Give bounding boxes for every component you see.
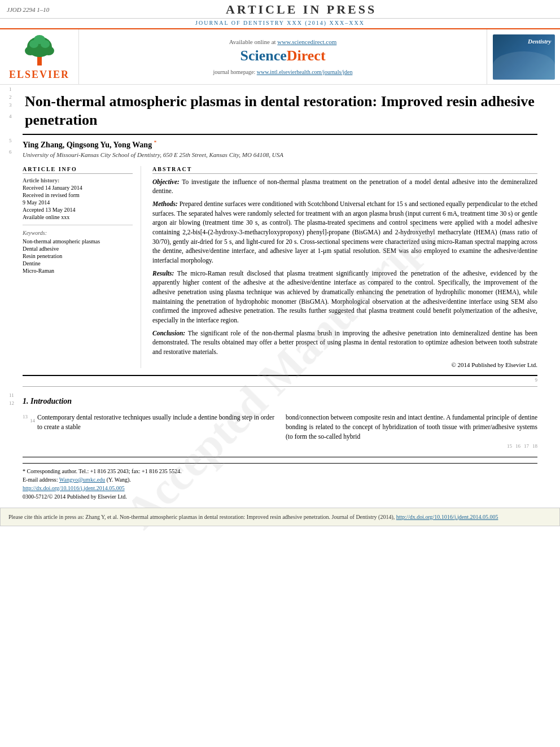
line-num-2: 2 — [9, 94, 12, 102]
accepted-date: Accepted 13 May 2014 — [23, 207, 133, 213]
doi-link[interactable]: http://dx.doi.org/10.1016/j.jdent.2014.0… — [23, 485, 125, 491]
methods-text: Prepared dentine surfaces were condition… — [152, 200, 537, 264]
intro-left-text: Contemporary dental restorative techniqu… — [23, 413, 274, 433]
line-num-18: 18 — [532, 443, 537, 449]
footer-citation: Please cite this article in press as: Zh… — [0, 508, 560, 526]
keyword-3: Resin penetration — [23, 253, 133, 259]
sciencedirect-logo: ScienceDirect — [240, 47, 325, 64]
publisher-row: ELSEVIER Available online at www.science… — [0, 29, 560, 85]
footer-doi-link[interactable]: http://dx.doi.org/10.1016/j.jdent.2014.0… — [396, 514, 498, 520]
line-num-5: 5 — [9, 137, 12, 145]
article-title-section: 1 2 3 4 Non-thermal atmospheric plasmas … — [23, 85, 537, 135]
line-num-3: 3 — [9, 102, 12, 110]
corresponding-footnote: * Corresponding author. Tel.: +1 816 235… — [23, 467, 537, 475]
article-info-header: ARTICLE INFO — [23, 166, 133, 174]
elsevier-logo-area: ELSEVIER — [0, 29, 79, 84]
abstract-conclusion: Conclusion: The significant role of the … — [152, 329, 537, 357]
authors-section: 5 Ying Zhang, Qingsong Yu, Yong Wang * 6… — [23, 135, 537, 160]
article-title: Non-thermal atmospheric plasmas in denta… — [23, 93, 537, 129]
main-content: 1 2 3 4 Non-thermal atmospheric plasmas … — [0, 85, 560, 501]
intro-right-text: bond/connection between composite resin … — [286, 413, 537, 442]
copyright: © 2014 Published by Elsevier Ltd. — [152, 361, 537, 368]
abstract-objective: Objective: To investigate the influence … — [152, 177, 537, 196]
footnotes: * Corresponding author. Tel.: +1 816 235… — [23, 463, 537, 501]
authors-text: Ying Zhang, Qingsong Yu, Yong Wang — [23, 141, 152, 149]
received-revised-label: Received in revised form — [23, 192, 133, 198]
keyword-4: Dentine — [23, 260, 133, 267]
footnote-divider — [23, 457, 537, 457]
thin-separator — [23, 386, 537, 387]
footer-citation-text: Please cite this article in press as: Zh… — [8, 514, 395, 520]
methods-label: Methods: — [152, 200, 178, 207]
dentistry-journal-cover: Dentistry — [487, 29, 560, 84]
intro-title: 1. Introduction — [23, 397, 72, 406]
line-num-17: 17 — [524, 443, 529, 449]
publisher-center: Available online at www.sciencedirect.co… — [79, 29, 487, 84]
svg-point-6 — [34, 35, 45, 44]
email-person: (Y. Wang). — [107, 477, 131, 483]
intro-left-col: 13 14 Contemporary dental restorative te… — [23, 413, 274, 449]
line-num-11: 11 — [9, 392, 14, 398]
elsevier-brand-text: ELSEVIER — [9, 69, 69, 81]
received-date: Received 14 January 2014 — [23, 185, 133, 191]
available-online-text: Available online at www.sciencedirect.co… — [229, 38, 337, 45]
corresponding-mark: * — [154, 139, 157, 145]
sciencedirect-url[interactable]: www.sciencedirect.com — [277, 38, 336, 45]
keyword-5: Micro-Raman — [23, 268, 133, 274]
abstract-results: Results: The micro-Raman result disclose… — [152, 269, 537, 325]
authors: Ying Zhang, Qingsong Yu, Yong Wang * — [23, 139, 537, 150]
line-num-1: 1 — [9, 86, 12, 94]
keyword-2: Dental adhesive — [23, 246, 133, 252]
abstract-methods: Methods: Prepared dentine surfaces were … — [152, 199, 537, 265]
article-in-press-banner: ARTICLE IN PRESS — [49, 2, 553, 17]
line-num-9: 9 — [535, 377, 538, 383]
keywords-label: Keywords: — [23, 230, 133, 236]
results-text: The micro-Raman result disclosed that pl… — [152, 270, 537, 324]
doi-footnote: http://dx.doi.org/10.1016/j.jdent.2014.0… — [23, 484, 537, 492]
homepage-url[interactable]: www.intl.elsevierhealth.com/journals/jde… — [257, 69, 353, 75]
email-label: E-mail address: — [23, 477, 58, 483]
info-abstract-cols: ARTICLE INFO Article history: Received 1… — [23, 160, 537, 368]
top-bar: JJOD 2294 1–10 ARTICLE IN PRESS — [0, 0, 560, 19]
line-num-4: 4 — [9, 113, 12, 121]
line-num-16: 16 — [515, 443, 520, 449]
objective-label: Objective: — [152, 178, 180, 185]
line-num-6: 6 — [9, 148, 12, 156]
intro-right-col: bond/connection between composite resin … — [286, 413, 537, 449]
conclusion-label: Conclusion: — [152, 330, 185, 337]
intro-columns: 13 14 Contemporary dental restorative te… — [23, 413, 537, 449]
results-label: Results: — [152, 270, 174, 277]
line-num-12: 12 — [9, 400, 14, 406]
keyword-1: Non-thermal atmospheric plasmas — [23, 238, 133, 244]
abstract-header: ABSTRACT — [152, 166, 537, 174]
email-link[interactable]: Wangyo@umkc.edu — [59, 477, 105, 483]
dentistry-journal-title: Dentistry — [528, 38, 552, 45]
available-online: Available online xxx — [23, 214, 133, 220]
abstract-col: ABSTRACT Objective: To investigate the i… — [152, 166, 537, 368]
cover-image-placeholder — [493, 51, 555, 80]
journal-homepage: journal homepage: www.intl.elsevierhealt… — [213, 69, 353, 75]
line-num-14: 14 — [30, 413, 35, 429]
line-num-13: 13 — [23, 413, 28, 421]
intro-section: 11 12 1. Introduction 13 14 Contemporary… — [23, 391, 537, 449]
divider — [23, 225, 133, 225]
history-label: Article history: — [23, 177, 133, 184]
article-info-col: ARTICLE INFO Article history: Received 1… — [23, 166, 141, 368]
objective-text: To investigate the influence of non-ther… — [152, 178, 537, 195]
dentistry-cover-image: Dentistry — [493, 34, 555, 80]
issn-footnote: 0300-5712/© 2014 Published by Elsevier L… — [23, 492, 537, 501]
journal-id: JJOD 2294 1–10 — [7, 6, 49, 13]
email-footnote: E-mail address: Wangyo@umkc.edu (Y. Wang… — [23, 475, 537, 484]
revised-date: 9 May 2014 — [23, 199, 133, 206]
line-num-15: 15 — [507, 443, 512, 449]
elsevier-tree-icon — [17, 33, 62, 67]
abstract-text: Objective: To investigate the influence … — [152, 177, 537, 357]
conclusion-text: The significant role of the non-thermal … — [152, 330, 537, 355]
affiliation: University of Missouri-Kansas City Schoo… — [23, 151, 537, 158]
journal-subtitle: JOURNAL OF DENTISTRY XXX (2014) XXX–XXX — [0, 19, 560, 29]
